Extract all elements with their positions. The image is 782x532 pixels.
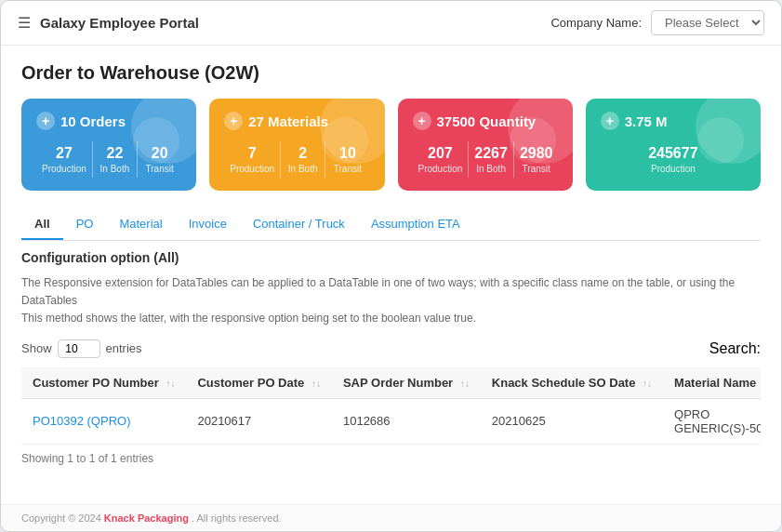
app-title: Galaxy Employee Portal bbox=[40, 15, 199, 31]
orders-card-title: 10 Orders bbox=[60, 113, 126, 129]
sort-icon-po-number[interactable]: ↑↓ bbox=[166, 379, 175, 389]
table-row: PO10392 (QPRO) 20210617 1012686 20210625… bbox=[21, 398, 761, 444]
materials-stat-inboth: 2 In Both bbox=[281, 141, 325, 178]
config-desc-line1: The Responsive extension for DataTables … bbox=[21, 276, 735, 307]
quantity-inboth-label: In Both bbox=[474, 164, 508, 174]
header-left: ☰ Galaxy Employee Portal bbox=[18, 14, 199, 32]
orders-production-label: Production bbox=[42, 164, 86, 174]
quantity-transit-label: Transit bbox=[520, 164, 553, 174]
cell-knack-so: 20210625 bbox=[481, 398, 663, 444]
materials-card[interactable]: + 27 Materials 7 Production 2 In Both 10… bbox=[209, 99, 384, 191]
header: ☰ Galaxy Employee Portal Company Name: P… bbox=[1, 1, 781, 46]
col-knack-so[interactable]: Knack Schedule SO Date ↑↓ bbox=[481, 367, 663, 399]
tab-container-truck[interactable]: Container / Truck bbox=[240, 209, 358, 240]
materials-stat-production: 7 Production bbox=[224, 141, 281, 178]
tabs-bar: All PO Material Invoice Container / Truc… bbox=[21, 209, 761, 241]
card-bg-circle2 bbox=[133, 117, 179, 164]
quantity-stat-production: 207 Production bbox=[413, 141, 470, 178]
entries-input[interactable] bbox=[58, 339, 100, 358]
app-window: ☰ Galaxy Employee Portal Company Name: P… bbox=[0, 0, 782, 532]
orders-card[interactable]: + 10 Orders 27 Production 22 In Both 20 … bbox=[21, 99, 196, 191]
config-desc-line2: This method shows the latter, with the r… bbox=[21, 312, 476, 325]
orders-stat-production: 27 Production bbox=[36, 141, 93, 178]
card-plus-icon: + bbox=[601, 112, 619, 130]
card-bg-circle2 bbox=[322, 117, 368, 164]
cell-po-date: 20210617 bbox=[186, 398, 332, 444]
orders-inboth-label: In Both bbox=[99, 164, 131, 174]
company-select[interactable]: Please Select bbox=[651, 10, 764, 35]
tab-all[interactable]: All bbox=[21, 209, 63, 240]
card-plus-icon: + bbox=[36, 112, 55, 130]
materials-card-title: 27 Materials bbox=[248, 113, 328, 129]
footer: Copyright © 2024 Knack Packaging . All r… bbox=[1, 504, 781, 531]
col-material[interactable]: Material Name bbox=[663, 367, 761, 399]
page-title: Order to Warehouse (O2W) bbox=[21, 62, 761, 84]
orders-inboth-num: 22 bbox=[99, 145, 131, 162]
search-label: Search: bbox=[709, 340, 761, 357]
cards-row: + 10 Orders 27 Production 22 In Both 20 … bbox=[21, 99, 761, 191]
materials-production-num: 7 bbox=[230, 145, 274, 162]
table-header-row: Customer PO Number ↑↓ Customer PO Date ↑… bbox=[21, 367, 761, 399]
quantity-stat-inboth: 2267 In Both bbox=[469, 141, 514, 178]
card-plus-icon: + bbox=[413, 112, 431, 130]
card-bg-circle2 bbox=[697, 117, 744, 164]
card-plus-icon: + bbox=[224, 112, 243, 130]
m-production-label: Production bbox=[606, 164, 740, 174]
col-sap-order[interactable]: SAP Order Number ↑↓ bbox=[332, 367, 481, 399]
col-po-number[interactable]: Customer PO Number ↑↓ bbox=[21, 367, 186, 399]
card-bg-circle2 bbox=[510, 117, 556, 164]
materials-production-label: Production bbox=[230, 164, 274, 174]
col-po-date[interactable]: Customer PO Date ↑↓ bbox=[186, 367, 332, 399]
po-number-link[interactable]: PO10392 (QPRO) bbox=[33, 414, 131, 428]
orders-transit-label: Transit bbox=[143, 164, 176, 174]
data-table: Customer PO Number ↑↓ Customer PO Date ↑… bbox=[21, 367, 761, 445]
materials-inboth-num: 2 bbox=[286, 145, 319, 162]
showing-entries: Showing 1 to 1 of 1 entries bbox=[21, 445, 761, 469]
config-title: Configuration option (All) bbox=[21, 250, 761, 265]
quantity-card[interactable]: + 37500 Quantity 207 Production 2267 In … bbox=[398, 99, 573, 191]
main-content: Order to Warehouse (O2W) + 10 Orders 27 … bbox=[1, 46, 781, 504]
quantity-inboth-num: 2267 bbox=[474, 145, 508, 162]
cell-material: QPRO GENERIC(S)-50KG( bbox=[663, 398, 761, 444]
table-controls: Show entries Search: bbox=[21, 339, 761, 358]
quantity-production-label: Production bbox=[418, 164, 463, 174]
data-table-container: Customer PO Number ↑↓ Customer PO Date ↑… bbox=[21, 367, 761, 469]
tab-assumption-eta[interactable]: Assumption ETA bbox=[358, 209, 473, 240]
footer-brand: Knack Packaging bbox=[104, 512, 189, 524]
show-label: Show bbox=[21, 341, 52, 355]
sort-icon-sap-order[interactable]: ↑↓ bbox=[460, 379, 470, 389]
quantity-production-num: 207 bbox=[418, 145, 463, 162]
materials-inboth-label: In Both bbox=[286, 164, 319, 174]
tab-material[interactable]: Material bbox=[106, 209, 175, 240]
show-entries-left: Show entries bbox=[21, 339, 142, 358]
materials-transit-label: Transit bbox=[331, 164, 364, 174]
m-card-title: 3.75 M bbox=[625, 113, 668, 129]
sort-icon-po-date[interactable]: ↑↓ bbox=[311, 379, 321, 389]
company-name-label: Company Name: bbox=[550, 16, 642, 30]
hamburger-icon[interactable]: ☰ bbox=[18, 14, 31, 32]
orders-production-num: 27 bbox=[42, 145, 86, 162]
header-right: Company Name: Please Select bbox=[550, 10, 764, 35]
config-description: The Responsive extension for DataTables … bbox=[21, 274, 761, 328]
tab-invoice[interactable]: Invoice bbox=[176, 209, 240, 240]
orders-stat-inboth: 22 In Both bbox=[93, 141, 138, 178]
cell-po-number: PO10392 (QPRO) bbox=[21, 398, 186, 444]
cell-sap-order: 1012686 bbox=[332, 398, 481, 444]
m-card[interactable]: + 3.75 M 245677 Production bbox=[586, 99, 761, 191]
entries-label: entries bbox=[106, 341, 142, 355]
sort-icon-knack-so[interactable]: ↑↓ bbox=[643, 379, 652, 389]
tab-po[interactable]: PO bbox=[63, 209, 107, 240]
